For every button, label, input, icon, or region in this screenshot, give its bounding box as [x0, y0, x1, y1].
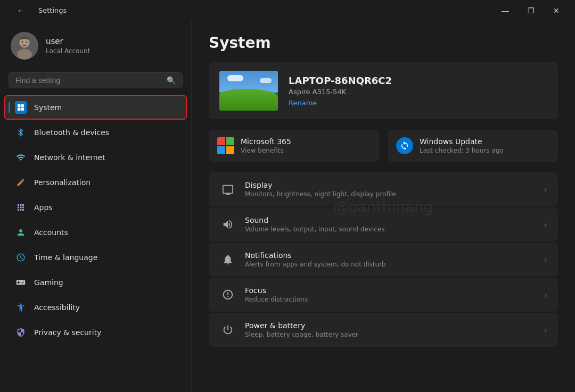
settings-row-power[interactable]: Power & battery Sleep, battery usage, ba… [209, 313, 558, 347]
notifications-chevron: › [544, 255, 547, 265]
sound-row-text: Sound Volume levels, output, input, soun… [245, 216, 536, 233]
quick-tiles: Microsoft 365 View benefits Windows Upda… [209, 130, 558, 162]
sidebar-item-system[interactable]: System [4, 95, 187, 120]
accessibility-icon [15, 302, 27, 313]
network-icon [15, 152, 27, 163]
notifications-icon [219, 251, 236, 268]
sound-subtitle: Volume levels, output, input, sound devi… [245, 226, 536, 233]
focus-title: Focus [245, 286, 536, 295]
sidebar-item-bluetooth-label: Bluetooth & devices [34, 128, 109, 137]
privacy-icon [15, 327, 27, 338]
svg-rect-7 [21, 104, 24, 107]
search-container: 🔍 [0, 68, 191, 95]
device-thumbnail [219, 71, 278, 111]
sidebar-item-apps-label: Apps [34, 203, 53, 212]
sidebar: user Local Account 🔍 [0, 21, 192, 392]
apps-icon [15, 202, 27, 213]
sound-title: Sound [245, 216, 536, 224]
sidebar-item-bluetooth[interactable]: Bluetooth & devices [4, 120, 187, 145]
page-title: System [209, 34, 558, 52]
settings-list: Display Monitors, brightness, night ligh… [209, 172, 558, 347]
focus-row-text: Focus Reduce distractions [245, 286, 536, 303]
titlebar-controls: — ❐ ✕ [493, 2, 569, 19]
tile-m365-text: Microsoft 365 View benefits [241, 137, 291, 154]
system-icon [15, 102, 27, 113]
search-icon: 🔍 [167, 76, 176, 85]
titlebar: ← Settings — ❐ ✕ [0, 0, 575, 21]
sidebar-item-accounts-label: Accounts [34, 228, 68, 237]
tile-update-title: Windows Update [420, 137, 504, 146]
m365-icon [217, 137, 234, 154]
user-profile[interactable]: user Local Account [0, 21, 191, 68]
update-icon [396, 137, 413, 154]
minimize-icon: — [502, 6, 509, 15]
svg-rect-9 [21, 108, 24, 111]
sidebar-item-personalization-label: Personalization [34, 178, 91, 187]
device-info: LAPTOP-86NQR6C2 Aspire A315-54K Rename [289, 75, 392, 107]
sidebar-item-accounts[interactable]: Accounts [4, 220, 187, 245]
device-rename-link[interactable]: Rename [289, 99, 392, 107]
device-card: LAPTOP-86NQR6C2 Aspire A315-54K Rename [209, 62, 558, 119]
minimize-button[interactable]: — [493, 2, 518, 19]
sidebar-item-time[interactable]: Time & language [4, 245, 187, 270]
display-subtitle: Monitors, brightness, night light, displ… [245, 190, 536, 198]
maximize-icon: ❐ [528, 6, 535, 15]
focus-chevron: › [544, 290, 547, 300]
search-box[interactable]: 🔍 [9, 72, 183, 88]
settings-row-sound[interactable]: Sound Volume levels, output, input, soun… [209, 207, 558, 241]
display-chevron: › [544, 185, 547, 195]
close-button[interactable]: ✕ [544, 2, 569, 19]
avatar [11, 32, 38, 60]
user-info: user Local Account [46, 37, 90, 55]
sidebar-nav: System Bluetooth & devices Network & int… [0, 95, 191, 345]
sidebar-item-network-label: Network & internet [34, 153, 105, 162]
sidebar-item-gaming-label: Gaming [34, 278, 63, 287]
settings-row-notifications[interactable]: Notifications Alerts from apps and syste… [209, 243, 558, 277]
time-icon [15, 252, 27, 263]
notifications-row-text: Notifications Alerts from apps and syste… [245, 251, 536, 268]
personalization-icon [15, 177, 27, 188]
titlebar-title: Settings [38, 6, 67, 14]
focus-subtitle: Reduce distractions [245, 296, 536, 303]
power-subtitle: Sleep, battery usage, battery saver [245, 331, 536, 338]
svg-point-2 [17, 49, 32, 60]
sidebar-item-gaming[interactable]: Gaming [4, 270, 187, 295]
quick-tile-update[interactable]: Windows Update Last checked: 3 hours ago [388, 130, 558, 162]
maximize-button[interactable]: ❐ [519, 2, 543, 19]
quick-tile-m365[interactable]: Microsoft 365 View benefits [209, 130, 379, 162]
power-icon [219, 321, 236, 338]
power-row-text: Power & battery Sleep, battery usage, ba… [245, 321, 536, 338]
sound-icon [219, 216, 236, 233]
search-input[interactable] [15, 76, 162, 85]
sound-chevron: › [544, 220, 547, 230]
device-model: Aspire A315-54K [289, 88, 392, 96]
close-icon: ✕ [553, 6, 560, 15]
settings-row-focus[interactable]: Focus Reduce distractions › [209, 278, 558, 312]
accounts-icon [15, 227, 27, 238]
sidebar-item-personalization[interactable]: Personalization [4, 170, 187, 195]
focus-icon [219, 286, 236, 303]
sidebar-item-privacy[interactable]: Privacy & security [4, 320, 187, 345]
back-button[interactable]: ← [9, 2, 33, 19]
sidebar-item-time-label: Time & language [34, 253, 97, 262]
sidebar-item-accessibility[interactable]: Accessibility [4, 295, 187, 320]
settings-row-display[interactable]: Display Monitors, brightness, night ligh… [209, 172, 558, 206]
notifications-subtitle: Alerts from apps and system, do not dist… [245, 261, 536, 268]
tile-m365-subtitle: View benefits [241, 147, 291, 154]
svg-rect-8 [18, 108, 21, 111]
sidebar-item-accessibility-label: Accessibility [34, 303, 80, 312]
avatar-image [11, 32, 38, 60]
sidebar-item-system-label: System [34, 103, 62, 112]
display-row-text: Display Monitors, brightness, night ligh… [245, 181, 536, 198]
sidebar-item-apps[interactable]: Apps [4, 195, 187, 220]
tile-m365-title: Microsoft 365 [241, 137, 291, 146]
thumbnail-cloud2 [260, 78, 272, 83]
thumbnail-cloud1 [227, 75, 243, 81]
user-account-type: Local Account [46, 47, 90, 55]
tile-update-subtitle: Last checked: 3 hours ago [420, 147, 504, 154]
power-chevron: › [544, 325, 547, 335]
display-title: Display [245, 181, 536, 189]
sidebar-item-network[interactable]: Network & internet [4, 145, 187, 170]
notifications-title: Notifications [245, 251, 536, 260]
power-title: Power & battery [245, 321, 536, 330]
